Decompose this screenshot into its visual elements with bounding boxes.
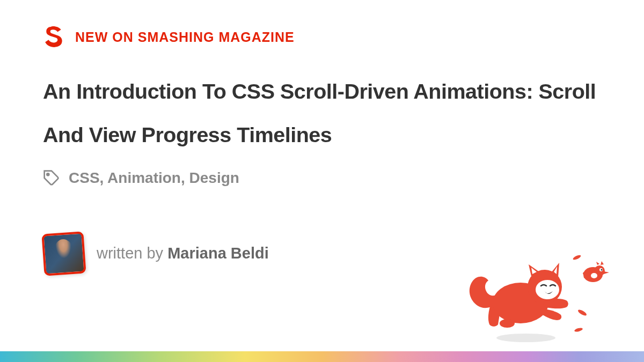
author-avatar: [41, 231, 86, 276]
svg-point-11: [572, 254, 581, 261]
mascot-illustration: [462, 249, 623, 346]
article-header: NEW ON SMASHING MAGAZINE: [43, 26, 601, 48]
author-name: Mariana Beldi: [167, 245, 269, 262]
byline-prefix: written by: [97, 245, 167, 262]
svg-point-12: [577, 308, 587, 316]
tags-row: CSS, Animation, Design: [43, 169, 601, 187]
svg-point-9: [601, 269, 603, 271]
eyebrow-label: NEW ON SMASHING MAGAZINE: [75, 29, 295, 45]
svg-point-1: [496, 334, 555, 342]
tags-list: CSS, Animation, Design: [69, 169, 239, 187]
byline: written by Mariana Beldi: [97, 245, 269, 262]
smashing-logo-icon: [43, 26, 65, 48]
tag-icon: [43, 169, 60, 187]
svg-point-5: [536, 280, 559, 299]
svg-point-13: [574, 327, 583, 333]
svg-point-4: [500, 319, 515, 328]
svg-point-0: [47, 173, 49, 175]
svg-point-10: [591, 273, 597, 278]
rainbow-footer: [0, 351, 644, 362]
article-title: An Introduction To CSS Scroll-Driven Ani…: [43, 70, 601, 157]
